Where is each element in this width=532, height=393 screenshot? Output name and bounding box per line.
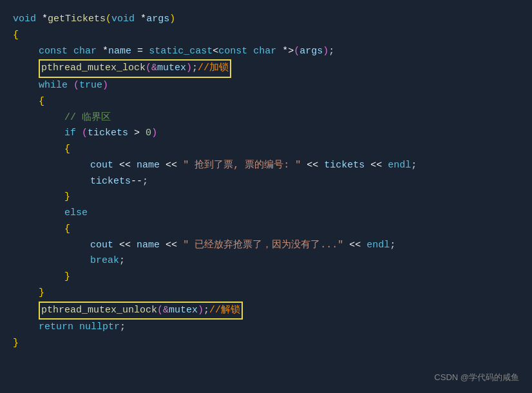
code-line-4: pthread_mutex_lock(&mutex);//加锁 xyxy=(13,59,519,78)
code-line-10: cout << name << " 抢到了票, 票的编号: " << ticke… xyxy=(13,158,519,174)
code-line-21: } xyxy=(13,336,519,352)
code-line-11: tickets--; xyxy=(13,174,519,190)
code-line-17: } xyxy=(13,269,519,285)
code-line-1: void *getTickets(void *args) xyxy=(13,12,519,28)
code-line-2: { xyxy=(13,28,519,44)
code-line-6: { xyxy=(13,94,519,110)
code-line-13: else xyxy=(13,206,519,222)
code-line-9: { xyxy=(13,142,519,158)
code-line-15: cout << name << " 已经放弃抢票了，因为没有了..." << e… xyxy=(13,238,519,254)
code-line-14: { xyxy=(13,222,519,238)
code-container: void *getTickets(void *args) { const cha… xyxy=(0,0,532,393)
code-line-20: return nullptr; xyxy=(13,320,519,336)
code-line-12: } xyxy=(13,189,519,206)
code-line-16: break; xyxy=(13,253,519,269)
code-line-8: if (tickets > 0) xyxy=(13,126,519,142)
watermark: CSDN @学代码的咸鱼 xyxy=(434,370,519,384)
code-line-3: const char *name = static_cast<const cha… xyxy=(13,44,519,60)
code-line-5: while (true) xyxy=(13,78,519,94)
code-line-18: } xyxy=(13,285,519,302)
code-line-7: // 临界区 xyxy=(13,110,519,126)
code-line-19: pthread_mutex_unlock(&mutex);//解锁 xyxy=(13,302,519,320)
